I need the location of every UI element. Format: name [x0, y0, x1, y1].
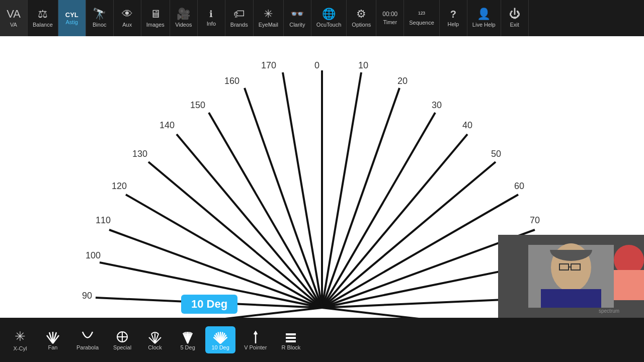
- x-cyl-label: X-Cyl: [14, 345, 27, 351]
- options-icon: ⚙: [356, 9, 366, 20]
- videos-icon: 🎥: [177, 9, 190, 20]
- 5deg-icon: [180, 329, 195, 344]
- livecam-label: Live Help: [472, 22, 496, 28]
- tool-x-cyl[interactable]: ✳ X-Cyl: [5, 326, 35, 354]
- cyl-icon: CYL: [65, 12, 78, 18]
- line-60deg: [322, 195, 518, 308]
- label-70: 70: [530, 215, 540, 225]
- fan-icon: [45, 329, 60, 344]
- clock-icon: [147, 329, 163, 344]
- aux-label: Aux: [122, 22, 132, 28]
- degree-badge: 10 Deg: [181, 295, 237, 314]
- svg-rect-32: [286, 337, 296, 339]
- nav-sequence[interactable]: ¹²³ Sequence: [404, 0, 440, 36]
- parabola-icon: [80, 329, 95, 344]
- label-150: 150: [190, 100, 205, 110]
- line-120deg: [126, 195, 322, 308]
- balance-icon: ⚖: [38, 9, 48, 20]
- top-navigation: VA VA ⚖ Balance CYL Astig 🔭 Binoc 👁 Aux …: [0, 0, 644, 36]
- label-100: 100: [86, 250, 101, 260]
- fan-label: Fan: [48, 344, 58, 350]
- svg-rect-31: [286, 333, 296, 335]
- label-140: 140: [159, 120, 175, 130]
- tool-fan[interactable]: Fan: [38, 326, 68, 353]
- r-block-icon: [283, 329, 298, 344]
- label-0: 0: [314, 60, 319, 70]
- exit-icon: ⏻: [509, 9, 520, 20]
- special-icon: [115, 329, 130, 344]
- nav-timer[interactable]: 00:00 Timer: [376, 0, 404, 36]
- bottom-toolbar: ✳ X-Cyl Fan Parabola: [0, 318, 644, 362]
- nav-clarity[interactable]: 👓 Clarity: [284, 0, 311, 36]
- aux-icon: 👁: [122, 9, 133, 20]
- eyemail-label: EyeMail: [259, 22, 278, 28]
- x-cyl-icon: ✳: [15, 329, 26, 344]
- clarity-icon: 👓: [290, 9, 304, 20]
- nav-cyl[interactable]: CYL Astig: [58, 0, 86, 36]
- nav-exit[interactable]: ⏻ Exit: [501, 0, 529, 36]
- special-label: Special: [113, 344, 131, 350]
- va-label: VA: [10, 22, 17, 28]
- info-icon: ℹ: [209, 10, 213, 19]
- label-120: 120: [112, 181, 127, 191]
- sequence-label: Sequence: [409, 20, 434, 26]
- images-label: Images: [146, 22, 165, 28]
- clock-label: Clock: [148, 344, 162, 350]
- nav-images[interactable]: 🖥 Images: [141, 0, 170, 36]
- timer-label: Timer: [383, 19, 397, 25]
- r-block-label: R Block: [281, 344, 300, 350]
- tool-parabola[interactable]: Parabola: [70, 326, 105, 353]
- v-pointer-label: V Pointer: [244, 344, 267, 350]
- nav-eyemail[interactable]: ✳ EyeMail: [254, 0, 284, 36]
- main-content: .fan-line { stroke: #111; stroke-width: …: [0, 36, 644, 362]
- balance-label: Balance: [33, 22, 53, 28]
- nav-va[interactable]: VA VA: [0, 0, 28, 36]
- video-thumbnail: [498, 235, 644, 318]
- ocutouch-icon: 🌐: [322, 9, 336, 20]
- nav-aux[interactable]: 👁 Aux: [114, 0, 141, 36]
- brands-icon: 🏷: [233, 9, 245, 20]
- nav-videos[interactable]: 🎥 Videos: [170, 0, 198, 36]
- label-50: 50: [491, 149, 501, 159]
- binoc-label: Binoc: [93, 22, 107, 28]
- nav-ocutouch[interactable]: 🌐 OcuTouch: [311, 0, 347, 36]
- help-label: Help: [448, 21, 459, 27]
- label-20: 20: [397, 76, 408, 86]
- label-60: 60: [514, 181, 524, 191]
- nav-livecam[interactable]: 👤 Live Help: [467, 0, 501, 36]
- parabola-label: Parabola: [76, 344, 99, 350]
- tool-5deg[interactable]: 5 Deg: [173, 326, 203, 353]
- info-label: Info: [207, 21, 216, 27]
- tool-r-block[interactable]: R Block: [275, 326, 306, 353]
- tool-special[interactable]: Special: [107, 326, 137, 353]
- va-icon: VA: [7, 9, 21, 20]
- exit-label: Exit: [510, 22, 519, 28]
- nav-balance[interactable]: ⚖ Balance: [28, 0, 58, 36]
- nav-binoc[interactable]: 🔭 Binoc: [86, 0, 114, 36]
- v-pointer-icon: [248, 329, 263, 344]
- label-90l: 90: [82, 291, 92, 301]
- nav-brands[interactable]: 🏷 Brands: [225, 0, 254, 36]
- sequence-icon: ¹²³: [418, 11, 425, 18]
- nav-help[interactable]: ? Help: [440, 0, 467, 36]
- nav-options[interactable]: ⚙ Options: [347, 0, 376, 36]
- label-170: 170: [261, 60, 276, 70]
- astig-label: Astig: [66, 19, 78, 25]
- 5deg-label: 5 Deg: [180, 344, 195, 350]
- tool-10deg[interactable]: 10 Deg: [205, 326, 235, 353]
- nav-info[interactable]: ℹ Info: [198, 0, 225, 36]
- label-110: 110: [96, 215, 111, 225]
- label-130: 130: [132, 149, 147, 159]
- tool-clock[interactable]: Clock: [140, 326, 170, 353]
- label-40: 40: [462, 120, 472, 130]
- images-icon: 🖥: [150, 9, 161, 20]
- clarity-label: Clarity: [289, 22, 305, 28]
- help-icon: ?: [450, 9, 456, 19]
- line-80r-low: [322, 308, 498, 318]
- label-10: 10: [358, 60, 368, 70]
- 10deg-icon: [213, 329, 228, 344]
- livecam-icon: 👤: [477, 9, 491, 20]
- tool-v-pointer[interactable]: V Pointer: [238, 326, 273, 353]
- options-label: Options: [352, 22, 371, 28]
- label-160: 160: [224, 76, 239, 86]
